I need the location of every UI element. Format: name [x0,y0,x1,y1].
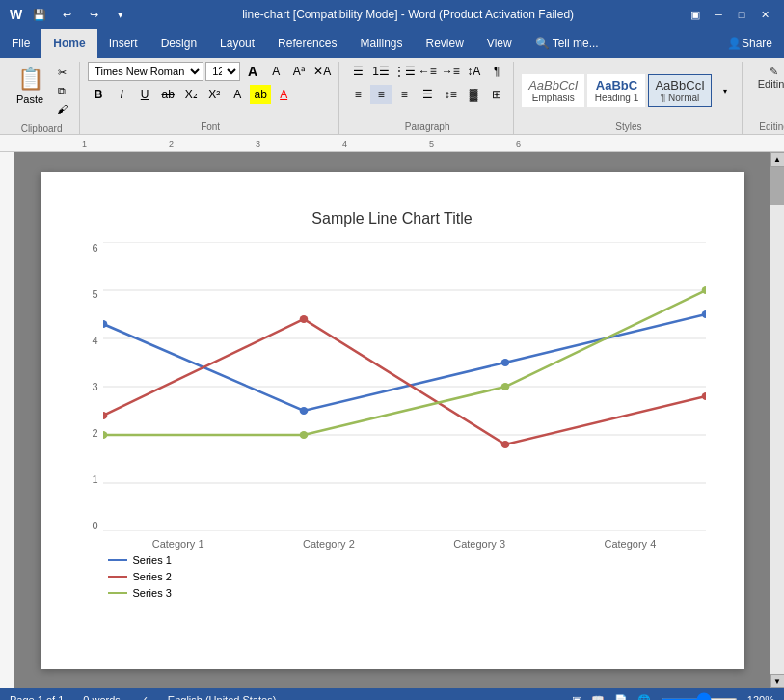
numbering-button[interactable]: 1☰ [370,62,392,81]
align-center-button[interactable]: ≡ [370,85,392,104]
multilevel-button[interactable]: ⋮☰ [393,62,415,81]
shading-button[interactable]: ▓ [463,85,484,104]
y-label-0: 0 [79,520,98,531]
legend-series3: Series 3 [108,587,706,599]
copy-button[interactable]: ⧉ [50,82,73,99]
tab-file[interactable]: File [0,29,41,58]
chart-title: Sample Line Chart Title [79,210,706,228]
series1-point4 [701,310,705,318]
tab-review[interactable]: Review [414,29,474,58]
clear-format-button[interactable]: ✕A [311,62,333,81]
ribbon: 📋 Paste ✂ ⧉ 🖌 Clipboard Times New Roman … [0,58,784,135]
line-spacing-button[interactable]: ↕≡ [440,85,461,104]
align-left-button[interactable]: ≡ [347,85,368,104]
borders-button[interactable]: ⊞ [486,85,507,104]
bullets-button[interactable]: ☰ [347,62,368,81]
document-page: Sample Line Chart Title 0 1 2 3 4 5 6 [41,172,744,669]
format-painter-button[interactable]: 🖌 [50,100,73,118]
strikethrough-button[interactable]: ab [157,85,178,104]
legend-series2-label: Series 2 [133,571,172,582]
justify-button[interactable]: ☰ [417,85,438,104]
scroll-thumb[interactable] [770,167,784,205]
style-emphasis[interactable]: AaBbCcI Emphasis [522,74,584,107]
font-size-select[interactable]: 12 [205,62,240,81]
tab-home[interactable]: Home [41,29,96,58]
style-heading1[interactable]: AaBbC Heading 1 [587,74,645,107]
cut-button[interactable]: ✂ [50,64,73,81]
show-marks-button[interactable]: ¶ [486,62,507,81]
superscript-button[interactable]: X² [203,85,225,104]
share-button[interactable]: 👤 Share [716,29,784,58]
style-heading1-preview: AaBbC [596,78,637,93]
y-label-5: 5 [79,288,98,300]
document-area[interactable]: Sample Line Chart Title 0 1 2 3 4 5 6 [14,152,770,688]
editing-label: Editing [758,78,784,90]
zoom-level: 120% [747,694,774,700]
read-mode-icon[interactable]: 📖 [591,694,605,701]
font-color-button[interactable]: A [273,85,294,104]
svg-text:1: 1 [82,139,87,148]
style-normal[interactable]: AaBbCcI ¶ Normal [648,74,711,107]
maximize-button[interactable]: □ [732,5,751,24]
styles-content: AaBbCcI Emphasis AaBbC Heading 1 AaBbCcI… [522,62,736,120]
text-effects-button[interactable]: A [227,85,248,104]
scroll-down-button[interactable]: ▼ [770,674,785,688]
svg-text:2: 2 [169,139,174,148]
align-right-button[interactable]: ≡ [393,85,415,104]
tab-layout[interactable]: Layout [208,29,266,58]
bold-button[interactable]: B [88,85,109,104]
quick-access-more-button[interactable]: ▾ [111,5,130,24]
print-layout-icon[interactable]: 📄 [614,694,628,701]
right-scrollbar: ▲ ▼ [770,152,784,688]
undo-button[interactable]: ↩ [57,5,76,24]
change-case-button[interactable]: Aᵃ [288,62,310,81]
layout-icon-status[interactable]: ▣ [572,694,581,701]
scroll-track[interactable] [770,167,784,674]
grow-font-button[interactable]: A [242,62,263,81]
chart-container: Sample Line Chart Title 0 1 2 3 4 5 6 [69,201,716,608]
tell-me-label: Tell me... [553,37,599,50]
font-group: Times New Roman 12 A A Aᵃ ✕A B I U ab X₂… [82,62,339,134]
tab-references[interactable]: References [266,29,348,58]
style-normal-preview: AaBbCcI [655,78,704,93]
scroll-up-button[interactable]: ▲ [770,152,785,167]
subscript-button[interactable]: X₂ [180,85,202,104]
decrease-indent-button[interactable]: ←≡ [417,62,438,81]
italic-button[interactable]: I [111,85,132,104]
underline-button[interactable]: U [134,85,155,104]
word-count: 0 words [83,694,121,700]
layout-button[interactable]: ▣ [686,5,705,24]
tab-view[interactable]: View [475,29,524,58]
editing-icon: ✎ [770,66,778,78]
tab-mailings[interactable]: Mailings [348,29,414,58]
save-button[interactable]: 💾 [30,5,49,24]
tab-tell-me[interactable]: 🔍 Tell me... [524,29,610,58]
text-highlight-button[interactable]: ab [250,85,271,104]
language: English (United States) [168,694,277,700]
tab-design[interactable]: Design [149,29,208,58]
redo-button[interactable]: ↪ [84,5,103,24]
series2-point4 [701,392,705,400]
minimize-button[interactable]: ─ [709,5,728,24]
series1-point2 [299,407,308,415]
svg-text:5: 5 [429,139,434,148]
paste-icon: 📋 [17,67,43,92]
ruler: 1 2 3 4 5 6 [0,135,784,152]
status-bar: Page 1 of 1 0 words ✓ English (United St… [0,688,784,700]
close-button[interactable]: ✕ [755,5,774,24]
legend-series3-color [108,592,127,594]
paragraph-row1: ☰ 1☰ ⋮☰ ←≡ →≡ ↕A ¶ [347,62,507,81]
paste-button[interactable]: 📋 Paste [10,62,50,121]
styles-more-button[interactable]: ▾ [715,62,736,120]
x-labels: Category 1 Category 2 Category 3 Categor… [103,538,706,550]
editing-label: Editing [750,121,784,132]
sort-button[interactable]: ↕A [463,62,484,81]
web-layout-icon[interactable]: 🌐 [637,694,651,701]
tab-insert[interactable]: Insert [97,29,149,58]
chart-svg [103,242,706,531]
font-family-select[interactable]: Times New Roman [88,62,203,81]
page-info: Page 1 of 1 [10,694,64,700]
style-emphasis-label: Emphasis [532,93,575,103]
increase-indent-button[interactable]: →≡ [440,62,461,81]
shrink-font-button[interactable]: A [265,62,286,81]
